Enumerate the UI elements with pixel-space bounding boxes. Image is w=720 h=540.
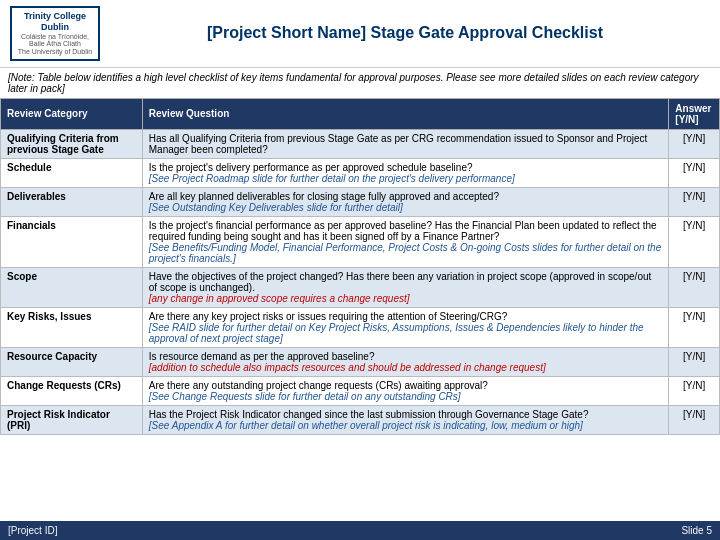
cell-answer: [Y/N]: [669, 307, 720, 347]
cell-question: Is resource demand as per the approved b…: [142, 347, 669, 376]
col-header-answer: Answer [Y/N]: [669, 98, 720, 129]
checklist-table: Review Category Review Question Answer […: [0, 98, 720, 435]
cell-answer: [Y/N]: [669, 376, 720, 405]
cell-answer: [Y/N]: [669, 187, 720, 216]
question-main-text: Are there any outstanding project change…: [149, 380, 488, 391]
cell-answer: [Y/N]: [669, 158, 720, 187]
question-main-text: Are there any key project risks or issue…: [149, 311, 508, 322]
cell-answer: [Y/N]: [669, 347, 720, 376]
question-italic-text: [See Project Roadmap slide for further d…: [149, 173, 515, 184]
question-italic-text: [See Appendix A for further detail on wh…: [149, 420, 583, 431]
col-header-category: Review Category: [1, 98, 143, 129]
question-main-text: Has the Project Risk Indicator changed s…: [149, 409, 589, 420]
question-italic-text: [any change in approved scope requires a…: [149, 293, 410, 304]
cell-question: Are all key planned deliverables for clo…: [142, 187, 669, 216]
footer-project-id: [Project ID]: [8, 525, 57, 536]
cell-question: Has all Qualifying Criteria from previou…: [142, 129, 669, 158]
footer-slide-number: Slide 5: [681, 525, 712, 536]
cell-question: Are there any key project risks or issue…: [142, 307, 669, 347]
question-main-text: Is the project's delivery performance as…: [149, 162, 473, 173]
col-header-question: Review Question: [142, 98, 669, 129]
table-row: Change Requests (CRs)Are there any outst…: [1, 376, 720, 405]
question-main-text: Have the objectives of the project chang…: [149, 271, 652, 293]
cell-category: Resource Capacity: [1, 347, 143, 376]
cell-category: Key Risks, Issues: [1, 307, 143, 347]
table-row: Qualifying Criteria from previous Stage …: [1, 129, 720, 158]
header: Trinity College Dublin Coláiste na Tríon…: [0, 0, 720, 68]
cell-question: Is the project's financial performance a…: [142, 216, 669, 267]
question-main-text: Are all key planned deliverables for clo…: [149, 191, 499, 202]
cell-answer: [Y/N]: [669, 405, 720, 434]
cell-question: Are there any outstanding project change…: [142, 376, 669, 405]
question-main-text: Is the project's financial performance a…: [149, 220, 657, 242]
cell-category: Scope: [1, 267, 143, 307]
question-italic-text: [addition to schedule also impacts resou…: [149, 362, 546, 373]
logo-box: Trinity College Dublin Coláiste na Tríon…: [10, 6, 100, 61]
page-title: [Project Short Name] Stage Gate Approval…: [100, 24, 710, 42]
cell-answer: [Y/N]: [669, 267, 720, 307]
cell-category: Schedule: [1, 158, 143, 187]
cell-question: Have the objectives of the project chang…: [142, 267, 669, 307]
question-main-text: Is resource demand as per the approved b…: [149, 351, 375, 362]
question-italic-text: [See Benefits/Funding Model, Financial P…: [149, 242, 661, 264]
cell-category: Qualifying Criteria from previous Stage …: [1, 129, 143, 158]
table-row: ScopeHave the objectives of the project …: [1, 267, 720, 307]
logo-area: Trinity College Dublin Coláiste na Tríon…: [10, 6, 100, 61]
cell-answer: [Y/N]: [669, 216, 720, 267]
question-main-text: Has all Qualifying Criteria from previou…: [149, 133, 648, 155]
table-row: DeliverablesAre all key planned delivera…: [1, 187, 720, 216]
cell-category: Deliverables: [1, 187, 143, 216]
footer: [Project ID] Slide 5: [0, 521, 720, 540]
table-row: Project Risk Indicator (PRI)Has the Proj…: [1, 405, 720, 434]
cell-category: Project Risk Indicator (PRI): [1, 405, 143, 434]
cell-answer: [Y/N]: [669, 129, 720, 158]
table-row: ScheduleIs the project's delivery perfor…: [1, 158, 720, 187]
cell-question: Is the project's delivery performance as…: [142, 158, 669, 187]
question-italic-text: [See RAID slide for further detail on Ke…: [149, 322, 644, 344]
table-row: Resource CapacityIs resource demand as p…: [1, 347, 720, 376]
table-row: Key Risks, IssuesAre there any key proje…: [1, 307, 720, 347]
table-header-row: Review Category Review Question Answer […: [1, 98, 720, 129]
table-row: FinancialsIs the project's financial per…: [1, 216, 720, 267]
question-italic-text: [See Change Requests slide for further d…: [149, 391, 461, 402]
question-italic-text: [See Outstanding Key Deliverables slide …: [149, 202, 403, 213]
logo-line2: Coláiste na Tríonóide, Baile Átha Cliath: [17, 33, 93, 48]
cell-category: Change Requests (CRs): [1, 376, 143, 405]
intro-note: [Note: Table below identifies a high lev…: [0, 68, 720, 98]
cell-question: Has the Project Risk Indicator changed s…: [142, 405, 669, 434]
logo-line1: Trinity College Dublin: [17, 11, 93, 33]
logo-line3: The University of Dublin: [18, 48, 92, 56]
cell-category: Financials: [1, 216, 143, 267]
